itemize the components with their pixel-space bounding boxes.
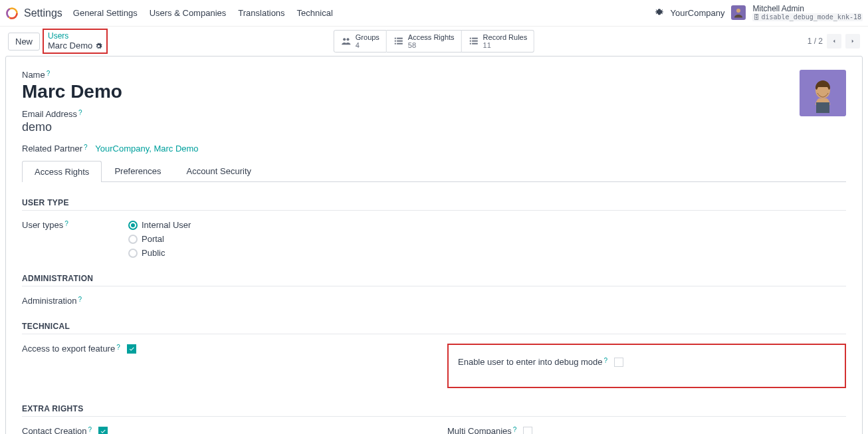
user-types-radio-group: Internal User Portal Public <box>128 220 191 258</box>
breadcrumb-parent[interactable]: Users <box>48 31 102 41</box>
name-label: Name? <box>22 70 50 80</box>
svg-rect-13 <box>472 38 478 39</box>
chevron-left-icon <box>831 38 837 45</box>
section-user-type: USER TYPE <box>22 198 846 207</box>
user-db: disable_debug_mode_knk-18 <box>752 13 863 21</box>
svg-rect-9 <box>397 41 403 42</box>
email-label: Email Address? <box>22 109 82 119</box>
svg-rect-16 <box>470 43 471 45</box>
nav-general-settings[interactable]: General Settings <box>73 8 138 18</box>
user-menu[interactable]: Mitchell Admin disable_debug_mode_knk-18 <box>752 5 863 21</box>
breadcrumb: Users Marc Demo <box>43 29 108 54</box>
name-value[interactable]: Marc Demo <box>22 81 846 102</box>
help-icon[interactable]: ? <box>78 296 82 303</box>
multi-companies-checkbox[interactable] <box>523 427 532 435</box>
pager-text[interactable]: 1 / 2 <box>808 37 823 46</box>
company-name[interactable]: YourCompany <box>671 8 725 18</box>
contact-creation-label: Contact Creation? <box>22 426 92 434</box>
tab-preferences[interactable]: Preferences <box>102 160 173 181</box>
groups-icon <box>341 36 352 47</box>
divider <box>22 416 846 417</box>
nav-users-companies[interactable]: Users & Companies <box>150 8 227 18</box>
new-button[interactable]: New <box>8 33 40 51</box>
partner-row: Related Partner? YourCompany, Marc Demo <box>22 144 846 154</box>
svg-point-4 <box>343 38 346 41</box>
pager: 1 / 2 <box>808 34 860 49</box>
partner-label: Related Partner? <box>22 144 88 154</box>
section-administration: ADMINISTRATION <box>22 274 846 283</box>
chevron-right-icon <box>849 38 856 45</box>
form-scroll[interactable]: Name? Marc Demo Email Address? demo Rela… <box>0 56 868 434</box>
divider <box>22 286 846 286</box>
user-avatar-small[interactable] <box>731 5 746 20</box>
svg-point-3 <box>736 9 740 13</box>
app-icon <box>5 7 19 20</box>
svg-rect-7 <box>397 38 403 39</box>
user-types-label: User types? <box>22 220 128 230</box>
app-title[interactable]: Settings <box>24 7 62 19</box>
user-name: Mitchell Admin <box>752 5 863 13</box>
help-icon[interactable]: ? <box>47 70 51 77</box>
nav-technical[interactable]: Technical <box>297 8 333 18</box>
tabs: Access Rights Preferences Account Securi… <box>22 160 846 182</box>
help-icon[interactable]: ? <box>64 220 68 227</box>
section-technical: TECHNICAL <box>22 322 846 331</box>
help-icon[interactable]: ? <box>88 426 92 433</box>
stat-groups[interactable]: Groups4 <box>334 30 387 53</box>
debug-checkbox[interactable] <box>614 358 623 367</box>
list-icon <box>469 36 479 47</box>
stat-access-rights[interactable]: Access Rights58 <box>387 30 462 53</box>
control-bar: New Users Marc Demo Groups4 Access Right… <box>0 27 868 56</box>
breadcrumb-current: Marc Demo <box>48 41 102 51</box>
svg-rect-8 <box>395 41 396 42</box>
svg-point-5 <box>346 38 349 41</box>
gear-icon[interactable] <box>95 43 102 50</box>
nav-translations[interactable]: Translations <box>238 8 284 18</box>
export-checkbox[interactable] <box>127 344 136 354</box>
email-value[interactable]: demo <box>22 120 846 134</box>
export-label: Access to export feature? <box>22 344 120 354</box>
debug-icon[interactable] <box>655 8 664 17</box>
pager-prev-button[interactable] <box>827 34 841 49</box>
user-avatar-large[interactable] <box>800 70 846 116</box>
tab-account-security[interactable]: Account Security <box>173 160 264 181</box>
top-nav: Settings General Settings Users & Compan… <box>0 0 868 27</box>
debug-label: Enable user to enter into debug mode? <box>458 357 607 367</box>
svg-rect-14 <box>470 41 471 42</box>
help-icon[interactable]: ? <box>513 426 517 433</box>
contact-creation-checkbox[interactable] <box>98 427 108 435</box>
partner-link[interactable]: YourCompany, Marc Demo <box>95 144 198 154</box>
help-icon[interactable]: ? <box>116 344 120 351</box>
form-sheet: Name? Marc Demo Email Address? demo Rela… <box>5 56 863 434</box>
svg-rect-17 <box>472 43 478 45</box>
section-extra-rights: EXTRA RIGHTS <box>22 404 846 413</box>
svg-rect-15 <box>472 41 478 42</box>
stat-buttons: Groups4 Access Rights58 Record Rules11 <box>334 30 534 53</box>
svg-rect-11 <box>397 43 403 45</box>
help-icon[interactable]: ? <box>84 144 88 151</box>
help-icon[interactable]: ? <box>604 357 608 364</box>
divider <box>22 210 846 211</box>
svg-rect-12 <box>470 38 471 39</box>
svg-rect-10 <box>395 43 396 45</box>
help-icon[interactable]: ? <box>78 109 82 116</box>
pager-next-button[interactable] <box>845 34 860 49</box>
list-icon <box>393 36 404 47</box>
radio-internal-user[interactable]: Internal User <box>128 220 191 230</box>
tab-access-rights[interactable]: Access Rights <box>22 161 102 182</box>
radio-portal[interactable]: Portal <box>128 234 191 244</box>
radio-public[interactable]: Public <box>128 248 191 258</box>
check-icon <box>128 346 135 352</box>
stat-record-rules[interactable]: Record Rules11 <box>462 30 535 53</box>
svg-rect-6 <box>395 38 396 39</box>
debug-highlight: Enable user to enter into debug mode? <box>447 344 846 388</box>
administration-label: Administration? <box>22 296 128 306</box>
check-icon <box>100 428 106 435</box>
divider <box>22 334 846 334</box>
multi-companies-label: Multi Companies? <box>447 426 516 434</box>
